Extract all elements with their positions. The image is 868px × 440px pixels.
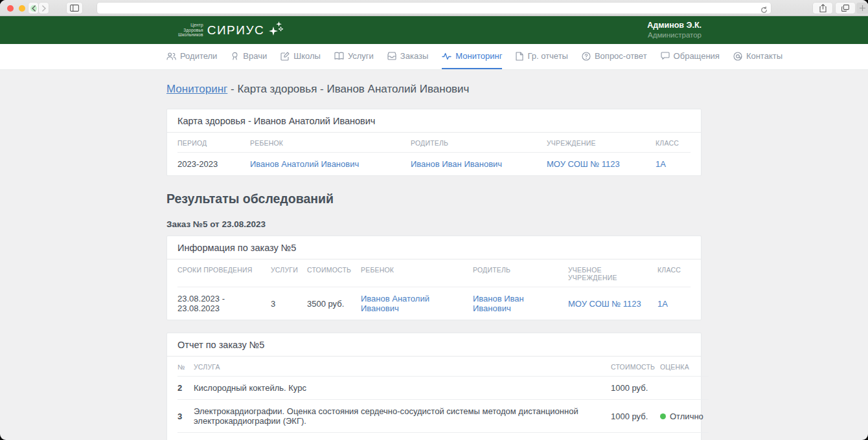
report-row-price: 1500 руб. [611, 433, 660, 440]
nav-item-faq[interactable]: Вопрос-ответ [582, 44, 647, 69]
order-report-title: Отчет по заказу №5 [167, 333, 701, 357]
report-row-price: 1000 руб. [611, 400, 660, 433]
cell-dates: 23.08.2023 - 23.08.2023 [177, 287, 271, 320]
minimize-window-button[interactable] [19, 5, 25, 12]
col-header-child: РЕБЕНОК [361, 259, 473, 287]
browser-window: Центр Здоровья Школьников СИРИУС Админов… [0, 0, 868, 440]
nav-item-services[interactable]: Услуги [334, 44, 374, 69]
report-row-num: 4 [177, 433, 194, 440]
health-card: Карта здоровья - Иванов Анатолий Иванови… [166, 109, 702, 176]
institution-link[interactable]: МОУ СОШ № 1123 [547, 159, 620, 169]
tab-overview-button[interactable] [836, 3, 855, 14]
results-heading: Результаты обследований [166, 192, 702, 206]
breadcrumb: Мониторинг - Карта здоровья - Иванов Ана… [166, 83, 702, 96]
sparkles-icon [268, 21, 284, 38]
col-header-price: СТОИМОСТЬ [611, 357, 660, 377]
col-header-parent: РОДИТЕЛЬ [411, 133, 547, 153]
col-header-service: УСЛУГА [194, 357, 611, 377]
message-icon [661, 52, 670, 60]
sidebar-toggle-button[interactable] [67, 3, 82, 14]
col-header-edu-institution: УЧЕБНОЕ УЧРЕЖДЕНИЕ [568, 259, 657, 287]
plus-icon [860, 5, 865, 11]
nav-item-parents[interactable]: Родители [166, 44, 217, 69]
chevron-right-icon [41, 5, 47, 12]
browser-chrome [0, 0, 868, 16]
file-icon [516, 52, 523, 61]
cell-services-count: 3 [271, 287, 307, 320]
nav-item-appeals[interactable]: Обращения [661, 44, 720, 69]
report-row-rating [660, 377, 709, 400]
main-content: Мониторинг - Карта здоровья - Иванов Ана… [166, 70, 702, 440]
report-row-rating: Отлично [660, 400, 709, 433]
forward-button[interactable] [39, 3, 49, 14]
col-header-cost: СТОИМОСТЬ [307, 259, 361, 287]
nav-item-orders[interactable]: Заказы [387, 44, 428, 69]
logo-subtitle: Центр Здоровья Школьников [178, 23, 203, 38]
report-row-service: Кардиовизор - оценка функционального сос… [194, 433, 611, 440]
report-row-service: Электрокардиографии. Оценка состояния се… [194, 400, 611, 433]
report-row-service: Кислородный коктейль. Курс [194, 377, 611, 400]
col-header-rating: ОЦЕНКА [660, 357, 709, 377]
parent-link[interactable]: Иванов Иван Иванович [473, 294, 563, 313]
nav-item-group-reports[interactable]: Гр. отчеты [516, 44, 568, 69]
order-label: Заказ №5 от 23.08.2023 [166, 219, 702, 229]
order-report-card: Отчет по заказу №5 № УСЛУГА СТОИМОСТЬ ОЦ… [166, 333, 702, 440]
nav-item-monitoring[interactable]: Мониторинг [442, 44, 502, 69]
class-link[interactable]: 1А [657, 299, 668, 309]
nav-item-contacts[interactable]: Контакты [733, 44, 782, 69]
child-link[interactable]: Иванов Анатолий Иванович [250, 159, 359, 169]
breadcrumb-rest: - Карта здоровья - Иванов Анатолий Ивано… [227, 83, 469, 95]
cell-cost: 3500 руб. [307, 287, 361, 320]
rating-label: Отлично [670, 412, 703, 421]
chevron-left-icon [31, 5, 36, 12]
report-row-price: 1000 руб. [611, 377, 660, 400]
app-logo: Центр Здоровья Школьников СИРИУС [166, 23, 284, 38]
team-icon [166, 52, 176, 61]
user-block[interactable]: Админов Э.К. Администратор [647, 21, 702, 40]
status-dot [660, 413, 666, 419]
share-icon [819, 4, 827, 12]
question-icon [582, 52, 591, 61]
class-link[interactable]: 1А [656, 159, 666, 169]
health-card-title: Карта здоровья - Иванов Анатолий Иванови… [167, 109, 701, 133]
col-header-parent: РОДИТЕЛЬ [473, 259, 568, 287]
col-header-institution: УЧРЕЖДЕНИЕ [547, 133, 656, 153]
book-icon [334, 52, 344, 60]
main-nav: Родители Врачи Школы Услуги Заказы Монит… [0, 44, 868, 70]
report-row-num: 2 [177, 377, 194, 400]
col-header-num: № [177, 357, 194, 377]
parent-link[interactable]: Иванов Иван Иванович [411, 159, 502, 169]
nav-item-schools[interactable]: Школы [280, 44, 321, 69]
app-header: Центр Здоровья Школьников СИРИУС Админов… [0, 16, 868, 44]
pulse-icon [442, 52, 451, 60]
logo-name: СИРИУС [207, 23, 265, 38]
doctor-icon [231, 52, 239, 61]
order-info-card: Информация по заказу №5 СРОКИ ПРОВЕДЕНИЯ… [166, 236, 702, 320]
reload-icon[interactable] [760, 5, 768, 16]
box-icon [387, 52, 396, 60]
col-header-child: РЕБЕНОК [250, 133, 411, 153]
share-button[interactable] [813, 3, 832, 14]
at-icon [733, 52, 742, 61]
sidebar-icon [70, 5, 79, 12]
report-row-rating: Отлично [660, 433, 709, 440]
col-header-dates: СРОКИ ПРОВЕДЕНИЯ [177, 259, 271, 287]
breadcrumb-monitoring-link[interactable]: Мониторинг [166, 83, 227, 95]
col-header-period: ПЕРИОД [177, 133, 250, 153]
user-role: Администратор [647, 30, 702, 39]
new-tab-button[interactable] [856, 3, 868, 14]
col-header-class: КЛАСС [656, 133, 691, 153]
institution-link[interactable]: МОУ СОШ № 1123 [568, 299, 641, 309]
back-button[interactable] [29, 3, 38, 14]
form-icon [280, 52, 290, 61]
report-row-num: 3 [177, 400, 194, 433]
col-header-services: УСЛУГИ [271, 259, 307, 287]
address-bar[interactable] [97, 3, 771, 14]
close-window-button[interactable] [7, 5, 14, 12]
nav-item-doctors[interactable]: Врачи [231, 44, 267, 69]
cell-period: 2023-2023 [177, 153, 250, 175]
tabs-icon [841, 5, 849, 12]
order-info-title: Информация по заказу №5 [167, 236, 701, 259]
user-name: Админов Э.К. [647, 21, 702, 31]
child-link[interactable]: Иванов Анатолий Иванович [361, 294, 468, 313]
